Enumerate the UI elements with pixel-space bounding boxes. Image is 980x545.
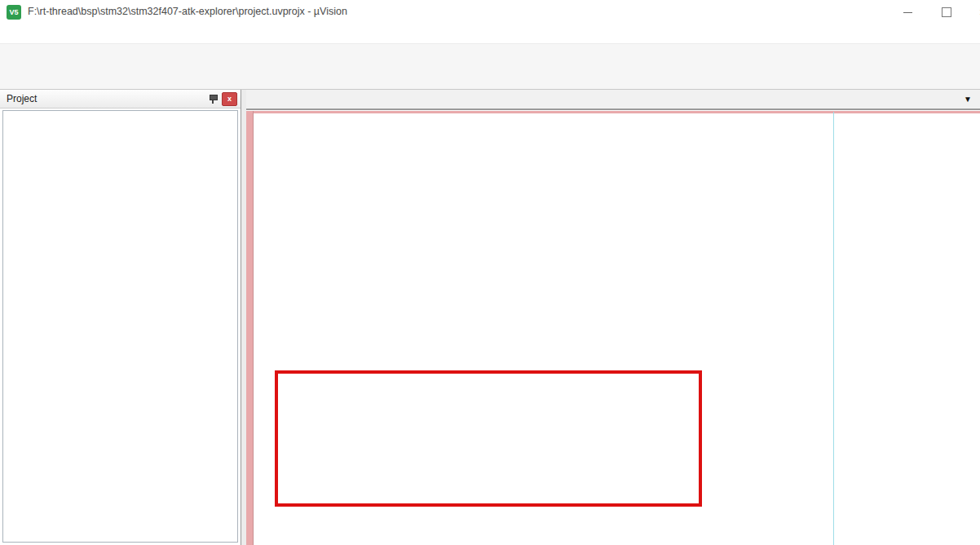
column-guide-line [833,112,834,545]
minimize-button[interactable] [894,3,921,21]
window-title: F:\rt-thread\bsp\stm32\stm32f407-atk-exp… [28,6,347,17]
close-button[interactable]: × [969,3,980,21]
tab-bar [246,90,980,109]
toolbar-main [0,44,980,67]
annotation-red-box [275,370,702,507]
uvision-window: { "window": { "title": "F:\\rt-thread\\b… [0,0,980,545]
project-panel-header: Project x [0,90,241,109]
uvision-app-icon: V5 [7,5,21,20]
toolbar-build [0,67,980,90]
project-panel: Project x [0,90,241,545]
project-tree [2,110,238,543]
maximize-button[interactable] [933,3,960,21]
pin-icon[interactable] [206,92,219,105]
menu-bar [0,24,980,44]
title-bar: V5 F:\rt-thread\bsp\stm32\stm32f407-atk-… [0,0,980,24]
project-panel-title: Project [7,93,206,104]
tab-list-dropdown-icon[interactable]: ▼ [964,95,972,104]
panel-close-icon[interactable]: x [222,92,237,106]
